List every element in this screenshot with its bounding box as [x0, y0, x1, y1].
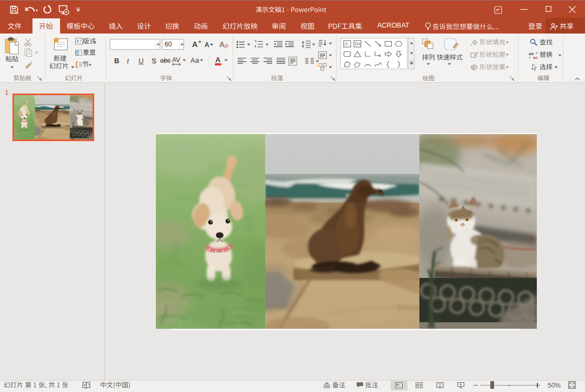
- svg-text:ac: ac: [533, 55, 538, 60]
- svg-text:A: A: [358, 42, 361, 46]
- svg-text:A: A: [345, 41, 348, 46]
